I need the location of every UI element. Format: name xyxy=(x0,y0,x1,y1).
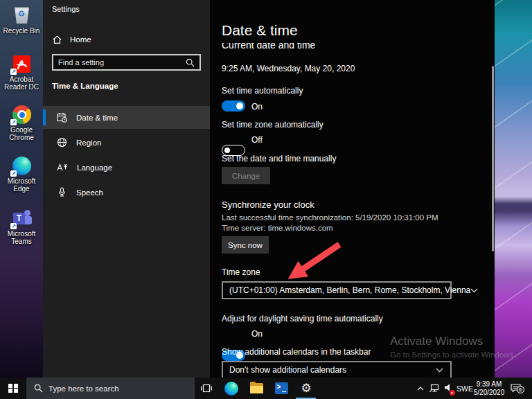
shortcut-arrow-icon: ↗ xyxy=(10,170,17,177)
task-view-button[interactable] xyxy=(197,378,216,399)
tray-show-hidden-icons[interactable] xyxy=(414,378,427,399)
sidebar-item-home[interactable]: Home xyxy=(52,31,201,48)
dst-label: Adjust for daylight saving time automati… xyxy=(222,314,383,323)
taskbar-edge-button[interactable] xyxy=(222,378,241,399)
settings-search-placeholder: Find a setting xyxy=(53,58,186,66)
page-title: Date & time xyxy=(222,22,298,39)
calendars-value: Don't show additional calendars xyxy=(223,365,436,375)
search-icon xyxy=(186,58,195,67)
sidebar-item-label: Region xyxy=(76,139,101,147)
sidebar-item-region[interactable]: Region xyxy=(43,131,210,154)
shortcut-arrow-icon: ↗ xyxy=(10,119,17,125)
desktop-screen: ♻ Recycle Bin ↗ Acrobat Reader DC ↗ Goog… xyxy=(0,0,532,399)
sidebar-item-label: Speech xyxy=(76,188,103,197)
desktop-icon-label: Microsoft Teams xyxy=(0,230,43,245)
sidebar-item-label: Language xyxy=(77,163,112,172)
shortcut-arrow-icon: ↗ xyxy=(10,69,17,75)
timezone-value: (UTC+01:00) Amsterdam, Berlin, Bern, Rom… xyxy=(223,285,470,295)
tray-network-button[interactable] xyxy=(427,378,441,399)
notification-count-badge: 6 xyxy=(517,386,524,393)
set-time-auto-toggle[interactable] xyxy=(222,100,245,112)
sync-server-info: Time server: time.windows.com xyxy=(222,224,333,232)
calendars-dropdown[interactable]: Don't show additional calendars xyxy=(222,361,452,378)
gear-icon: ⚙ xyxy=(301,382,311,394)
sidebar-item-label: Date & time xyxy=(76,114,118,122)
start-button[interactable] xyxy=(0,378,26,399)
desktop-icon-label: Acrobat Reader DC xyxy=(0,76,43,91)
set-time-auto-label: Set time automatically xyxy=(222,86,303,96)
taskbar-powershell-button[interactable]: > xyxy=(272,378,291,399)
set-time-auto-state: On xyxy=(251,102,263,112)
tray-date: 5/20/2020 xyxy=(474,389,505,397)
set-tz-auto-state: Off xyxy=(251,135,263,145)
change-button[interactable]: Change xyxy=(222,167,270,184)
desktop-icon-google-chrome[interactable]: ↗ Google Chrome xyxy=(0,104,43,141)
set-tz-auto-label: Set time zone automatically xyxy=(222,120,323,130)
desktop-icon-microsoft-edge[interactable]: ↗ Microsoft Edge xyxy=(0,155,43,193)
mute-badge: × xyxy=(450,390,455,396)
window-title: Settings xyxy=(52,5,80,13)
desktop-icon-acrobat-reader[interactable]: ↗ Acrobat Reader DC xyxy=(0,53,43,91)
settings-search-input[interactable]: Find a setting xyxy=(52,54,201,71)
desktop-icon-label: Recycle Bin xyxy=(0,27,43,35)
desktop-icon-label: Google Chrome xyxy=(0,126,43,141)
current-datetime-value: 9:25 AM, Wednesday, May 20, 2020 xyxy=(222,64,355,73)
desktop-icon-microsoft-teams[interactable]: T ↗ Microsoft Teams xyxy=(0,208,43,245)
sidebar-home-label: Home xyxy=(70,35,91,44)
tray-time: 9:39 AM xyxy=(477,380,502,389)
powershell-icon: > xyxy=(275,382,288,394)
taskbar-search-placeholder: Type here to search xyxy=(48,384,119,393)
window-scrollbar[interactable] xyxy=(492,66,494,251)
chevron-down-icon xyxy=(470,288,478,293)
taskbar-settings-button[interactable]: ⚙ xyxy=(296,378,316,399)
sidebar-item-date-time[interactable]: Date & time xyxy=(43,106,210,129)
taskbar-file-explorer-button[interactable] xyxy=(247,378,266,399)
sync-now-button[interactable]: Sync now xyxy=(222,236,269,254)
speech-mic-icon xyxy=(57,187,67,197)
network-icon xyxy=(429,384,439,393)
edge-icon: ↗ xyxy=(11,155,32,176)
search-icon xyxy=(34,384,43,393)
acrobat-reader-icon: ↗ xyxy=(11,53,32,74)
taskbar: Type here to search > ⚙ xyxy=(0,378,532,399)
file-explorer-icon xyxy=(250,383,263,393)
action-center-button[interactable]: 6 xyxy=(506,378,524,399)
chevron-down-icon xyxy=(436,368,443,373)
settings-nav-pane: Settings Home Find a setting Time & Lang… xyxy=(43,0,210,378)
chevron-up-icon xyxy=(417,387,424,391)
settings-window: Settings Home Find a setting Time & Lang… xyxy=(43,0,495,378)
chrome-icon: ↗ xyxy=(11,104,32,125)
calendars-label: Show additional calendars in the taskbar xyxy=(222,347,371,357)
desktop-icon-label: Microsoft Edge xyxy=(0,177,43,193)
sync-last-info: Last successful time synchronization: 5/… xyxy=(222,213,438,222)
set-manual-label: Set the date and time manually xyxy=(222,154,336,163)
desktop-wallpaper-right xyxy=(495,0,532,378)
edge-icon xyxy=(224,382,238,396)
timezone-label: Time zone xyxy=(222,267,260,277)
tray-language-indicator[interactable]: SWE xyxy=(456,378,474,399)
volume-muted-icon: × xyxy=(444,382,453,395)
nav-section-header: Time & Language xyxy=(52,82,118,90)
sidebar-item-speech[interactable]: Speech xyxy=(43,181,210,204)
tray-volume-button[interactable]: × xyxy=(441,378,455,399)
settings-content-pane: Date & time Current date and time 9:25 A… xyxy=(210,0,495,378)
tray-clock[interactable]: 9:39 AM 5/20/2020 xyxy=(474,378,504,399)
action-center-icon: 6 xyxy=(511,382,521,395)
dst-state: On xyxy=(251,329,263,339)
taskbar-search-input[interactable]: Type here to search xyxy=(26,378,195,399)
sidebar-item-language[interactable]: Language xyxy=(43,156,210,179)
home-icon xyxy=(52,35,62,44)
windows-logo-icon xyxy=(8,384,18,393)
section-current-date-time: Current date and time xyxy=(222,43,402,54)
date-time-icon xyxy=(57,112,67,123)
task-view-icon xyxy=(201,384,212,393)
language-icon xyxy=(57,162,68,172)
recycle-bin-icon: ♻ xyxy=(11,5,32,26)
sync-header: Synchronize your clock xyxy=(222,200,314,210)
region-icon xyxy=(57,137,67,148)
timezone-dropdown[interactable]: (UTC+01:00) Amsterdam, Berlin, Bern, Rom… xyxy=(222,281,452,299)
shortcut-arrow-icon: ↗ xyxy=(10,223,17,229)
teams-icon: T ↗ xyxy=(11,208,32,229)
desktop-icon-recycle-bin[interactable]: ♻ Recycle Bin xyxy=(0,5,43,35)
